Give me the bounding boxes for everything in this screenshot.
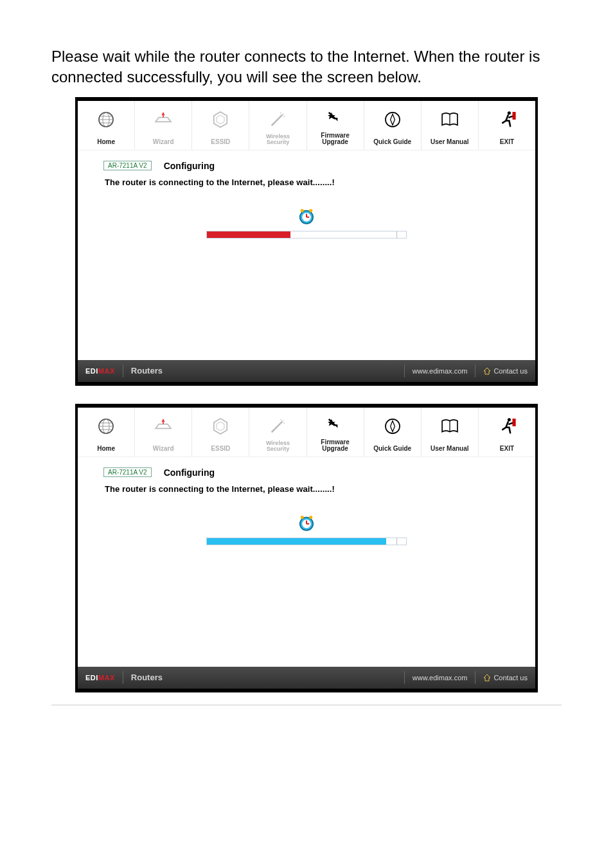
footer-bar: EDIMAX Routers www.edimax.com Contact us [78,667,535,689]
nav-security[interactable]: WirelessSecurity [249,101,306,150]
nav-user-manual[interactable]: User Manual [422,408,479,457]
nav-security-label: WirelessSecurity [266,440,290,453]
brand-text-accent: MAX [98,367,115,375]
arrow-star-icon [323,415,348,437]
nav-firmware[interactable]: FirmwareUpgrade [307,101,364,150]
progress-bar [206,231,407,239]
model-badge: AR-7211A V2 [103,467,152,477]
svg-marker-40 [390,420,395,431]
nav-exit[interactable]: EXIT [479,101,535,150]
footer-url[interactable]: www.edimax.com [404,671,475,684]
footer-contact[interactable]: Contact us [475,671,535,684]
nav-quick-label: Quick Guide [373,440,411,453]
wand-icon [265,415,290,437]
svg-point-37 [281,419,282,420]
brand-category: Routers [123,671,170,684]
content-area: AR-7211A V2 Configuring The router is co… [78,457,535,667]
nav-home[interactable]: Home [78,408,135,457]
status-message: The router is connecting to the Internet… [105,177,508,187]
section-title: Configuring [164,161,215,171]
nav-wizard[interactable]: Wizard [135,408,192,457]
router-panel-2: Home Wizard ESSID WirelessSecurity [75,404,538,692]
svg-point-48 [301,516,304,519]
nav-exit[interactable]: EXIT [479,408,535,457]
svg-marker-5 [162,112,165,115]
svg-point-49 [309,516,312,519]
svg-marker-32 [214,419,227,434]
svg-point-17 [508,111,511,114]
book-icon [437,109,463,131]
progress-area [103,512,510,545]
brand-logo: EDIMAX [78,674,123,682]
clock-icon [296,512,317,534]
nav-user-manual[interactable]: User Manual [422,101,479,150]
nav-quick-label: Quick Guide [373,133,411,146]
svg-rect-31 [163,422,164,424]
progress-end-marker [396,538,397,545]
svg-marker-7 [214,112,227,127]
svg-rect-43 [512,419,515,426]
nav-wizard-label: Wizard [153,133,174,146]
nav-security-label: WirelessSecurity [266,133,290,146]
top-nav: Home Wizard ESSID WirelessSecurity [78,101,535,150]
nav-essid-label: ESSID [211,133,230,146]
wizard-icon [150,415,176,437]
footer-url[interactable]: www.edimax.com [404,365,475,377]
footer-contact[interactable]: Contact us [475,365,535,377]
progress-fill [207,538,386,545]
svg-rect-18 [512,112,515,120]
svg-point-24 [309,209,312,212]
nav-exit-label: EXIT [500,440,514,453]
status-message: The router is connecting to the Internet… [105,484,508,494]
svg-point-36 [284,422,285,424]
home-small-icon [483,674,491,682]
svg-point-23 [301,209,304,212]
brand-text-main: EDI [85,367,98,375]
hexagon-icon [208,415,233,437]
nav-quick-guide[interactable]: Quick Guide [364,101,422,150]
nav-security[interactable]: WirelessSecurity [249,408,306,457]
model-badge: AR-7211A V2 [103,161,152,170]
arrow-star-icon [323,108,348,130]
intro-text: Please wait while the router connects to… [51,46,562,88]
section-title: Configuring [164,467,215,478]
brand-text-accent: MAX [98,674,115,682]
svg-point-12 [281,113,282,114]
run-icon [494,415,520,437]
globe-icon [93,415,119,437]
clock-icon [296,205,317,227]
nav-home-label: Home [97,133,115,146]
footer-bar: EDIMAX Routers www.edimax.com Contact us [78,360,535,382]
book-icon [437,415,463,437]
nav-wizard[interactable]: Wizard [135,101,192,150]
top-nav: Home Wizard ESSID WirelessSecurity [78,408,535,457]
nav-firmware-label: FirmwareUpgrade [321,132,349,146]
router-panel-1: Home Wizard ESSID WirelessSecurity [75,97,538,386]
home-small-icon [483,367,491,375]
nav-essid[interactable]: ESSID [192,408,249,457]
footer-contact-label: Contact us [493,367,528,375]
nav-quick-guide[interactable]: Quick Guide [364,408,422,457]
nav-firmware[interactable]: FirmwareUpgrade [307,408,364,457]
progress-area [103,205,510,239]
svg-marker-30 [162,419,165,422]
progress-fill [207,231,290,238]
nav-firmware-label: FirmwareUpgrade [321,439,349,453]
nav-home[interactable]: Home [78,101,135,150]
svg-rect-6 [163,115,164,117]
wizard-icon [150,109,176,131]
svg-point-42 [508,418,511,421]
svg-point-10 [283,113,284,114]
run-icon [494,109,520,131]
svg-line-34 [272,422,282,431]
nav-manual-label: User Manual [431,440,468,453]
svg-marker-15 [390,114,395,125]
brand-logo: EDIMAX [78,367,123,375]
svg-marker-33 [217,422,224,431]
svg-point-35 [283,420,284,421]
svg-marker-8 [217,115,224,124]
nav-essid[interactable]: ESSID [192,101,249,150]
compass-icon [380,415,405,437]
nav-home-label: Home [97,440,115,453]
nav-wizard-label: Wizard [153,440,174,453]
